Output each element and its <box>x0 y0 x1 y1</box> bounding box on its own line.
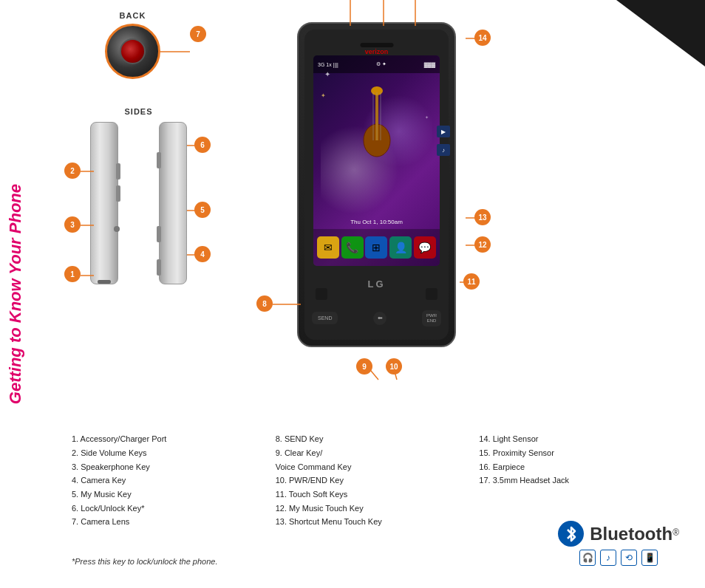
line-3 <box>81 225 95 226</box>
legend-item-4: 4. Camera Key <box>72 474 276 488</box>
line-8 <box>273 304 302 305</box>
legend-col-2: 8. SEND Key 9. Clear Key/ Voice Command … <box>276 432 480 529</box>
lock-key-side <box>157 152 161 168</box>
carrier-logo: verizon <box>365 48 389 55</box>
screen-date: Thu Oct 1, 10:50am <box>313 219 440 225</box>
bt-icon-sync: ⟲ <box>621 550 637 566</box>
legend-item-6: 6. Lock/Unlock Key* <box>72 502 276 516</box>
phone-side-right <box>159 122 187 284</box>
line-17 <box>350 0 351 27</box>
legend-item-9b: Voice Command Key <box>276 460 480 474</box>
mail-icon-box: ✉ <box>317 236 339 259</box>
line-16 <box>383 0 384 27</box>
legend-col-1: 1. Accessory/Charger Port 2. Side Volume… <box>72 432 276 529</box>
legend-item-13: 13. Shortcut Menu Touch Key <box>276 515 480 529</box>
battery-text: ▓▓▓ <box>424 62 435 67</box>
badge-4: 4 <box>194 246 211 262</box>
legend-section: 1. Accessory/Charger Port 2. Side Volume… <box>72 432 683 529</box>
badge-10: 10 <box>386 358 402 375</box>
back-label: BACK <box>105 11 160 20</box>
legend-item-11: 11. Touch Soft Keys <box>276 488 480 502</box>
music-key-side <box>157 226 161 242</box>
signal-text: 3G 1x |||| <box>318 62 338 67</box>
legend-columns: 1. Accessory/Charger Port 2. Side Volume… <box>72 432 683 529</box>
legend-item-14: 14. Light Sensor <box>479 432 683 446</box>
footnote: *Press this key to lock/unlock the phone… <box>72 557 218 566</box>
apps-icon-box: ⊞ <box>365 236 387 259</box>
legend-item-7: 7. Camera Lens <box>72 515 276 529</box>
bt-icon-music: ♪ <box>600 550 616 566</box>
legend-item-12: 12. My Music Touch Key <box>276 502 480 516</box>
phone-side-left <box>90 122 118 284</box>
line-15 <box>415 0 416 27</box>
sparkle-1: ✦ <box>324 70 330 78</box>
bluetooth-icons-row: 🎧 ♪ ⟲ 📱 <box>579 550 658 566</box>
vol-button-down <box>116 185 120 202</box>
badge-12: 12 <box>474 236 491 253</box>
music-touch-key: ♪ <box>437 144 450 156</box>
left-side-phone: 1 2 3 <box>90 122 118 284</box>
badge-6: 6 <box>194 137 211 153</box>
badge-9: 9 <box>356 358 372 375</box>
sides-label: SIDES <box>90 107 187 116</box>
right-side-phone: 6 5 4 <box>159 122 187 284</box>
bluetooth-logo-row: Bluetooth® <box>558 521 679 547</box>
legend-item-1: 1. Accessory/Charger Port <box>72 432 276 446</box>
line-1 <box>81 275 95 276</box>
legend-item-8: 8. SEND Key <box>276 432 480 446</box>
camera-lens-visual <box>120 38 146 64</box>
phone-front: verizon 3G 1x |||| ⚙ ✦ ▓▓▓ <box>297 22 456 347</box>
badge-14: 14 <box>474 30 491 46</box>
shortcut-touch-key: ▶ <box>437 126 450 137</box>
earpiece-visual <box>360 43 393 47</box>
pwr-end-key-visual: PWREND <box>422 310 441 327</box>
legend-item-5: 5. My Music Key <box>72 488 276 502</box>
badge-3: 3 <box>64 216 81 233</box>
line-2 <box>81 171 95 172</box>
send-key-visual: SEND <box>312 312 338 324</box>
badge-13: 13 <box>474 209 491 225</box>
sparkle-3: ✦ <box>425 114 429 120</box>
legend-item-16: 16. Earpiece <box>479 460 683 474</box>
sides-phones-container: 1 2 3 <box>90 122 187 284</box>
phone-icon-box: 📞 <box>341 236 364 259</box>
bt-icon-headset: 🎧 <box>579 550 596 566</box>
screen-icons-bar: ✉ 📞 ⊞ 👤 💬 <box>313 229 440 266</box>
page-title-text: Getting to Know Your Phone <box>6 184 25 404</box>
connector-7 <box>160 48 197 55</box>
speakerphone-button-side <box>114 226 120 232</box>
bottom-keys-row: SEND ⬅ PWREND <box>312 310 441 327</box>
legend-item-9: 9. Clear Key/ <box>276 446 480 460</box>
camera-key-side <box>157 259 161 276</box>
legend-item-3: 3. Speakerphone Key <box>72 460 276 474</box>
page-title-vertical: Getting to Know Your Phone <box>0 0 31 588</box>
legend-col-3: 14. Light Sensor 15. Proximity Sensor 16… <box>479 432 683 529</box>
messages-icon-box: 💬 <box>414 236 436 259</box>
sparkle-2: ✦ <box>321 92 326 99</box>
legend-item-15: 15. Proximity Sensor <box>479 446 683 460</box>
bluetooth-text-label: Bluetooth® <box>590 524 679 544</box>
phone-screen: 3G 1x |||| ⚙ ✦ ▓▓▓ <box>313 55 440 266</box>
bt-wifi-text: ⚙ ✦ <box>376 61 386 67</box>
back-camera <box>105 24 160 79</box>
bluetooth-section: Bluetooth® 🎧 ♪ ⟲ 📱 <box>558 521 679 566</box>
sides-section: SIDES 1 2 <box>90 107 187 284</box>
contacts-icon-box: 👤 <box>389 236 412 259</box>
legend-item-2: 2. Side Volume Keys <box>72 446 276 460</box>
back-section: BACK 7 <box>105 11 160 79</box>
legend-item-10: 10. PWR/END Key <box>276 474 480 488</box>
legend-item-17: 17. 3.5mm Headset Jack <box>479 474 683 488</box>
guitar-visual <box>358 78 395 166</box>
touch-soft-keys <box>316 287 437 301</box>
badge-7: 7 <box>190 26 206 42</box>
bt-icon-phone: 📱 <box>641 550 658 566</box>
soft-key-left <box>316 288 327 300</box>
badge-2: 2 <box>64 163 81 179</box>
vol-button-up <box>116 163 120 180</box>
badge-11: 11 <box>463 273 480 290</box>
back-key-visual: ⬅ <box>373 312 386 325</box>
status-bar: 3G 1x |||| ⚙ ✦ ▓▓▓ <box>313 55 440 73</box>
soft-key-right <box>426 288 437 300</box>
main-content: BACK 7 SIDES 1 <box>31 0 705 588</box>
badge-1: 1 <box>64 266 81 282</box>
